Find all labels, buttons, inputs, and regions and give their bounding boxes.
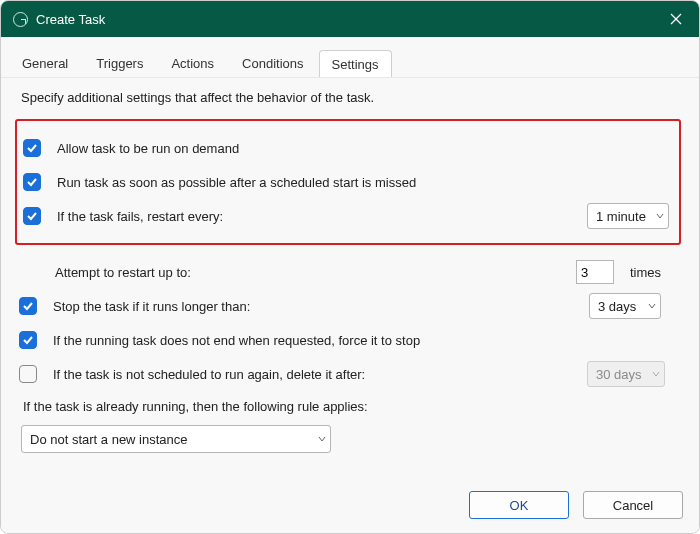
- dialog-footer: OK Cancel: [1, 481, 699, 533]
- chevron-down-icon: [652, 370, 660, 378]
- checkbox-force-stop[interactable]: [19, 331, 37, 349]
- combo-stop-duration[interactable]: 3 days: [589, 293, 661, 319]
- label-delete-after: If the task is not scheduled to run agai…: [47, 367, 577, 382]
- checkbox-delete-after[interactable]: [19, 365, 37, 383]
- combo-stop-duration-value: 3 days: [598, 299, 636, 314]
- input-restart-attempts[interactable]: [576, 260, 614, 284]
- label-running-rule: If the task is already running, then the…: [23, 399, 681, 414]
- tab-strip: General Triggers Actions Conditions Sett…: [1, 37, 699, 77]
- tab-general[interactable]: General: [9, 49, 81, 77]
- combo-delete-after: 30 days: [587, 361, 665, 387]
- chevron-down-icon: [656, 212, 664, 220]
- label-run-asap: Run task as soon as possible after a sch…: [51, 175, 669, 190]
- tab-triggers[interactable]: Triggers: [83, 49, 156, 77]
- combo-running-rule-value: Do not start a new instance: [30, 432, 188, 447]
- combo-restart-interval[interactable]: 1 minute: [587, 203, 669, 229]
- label-stop-if-long: Stop the task if it runs longer than:: [47, 299, 579, 314]
- settings-panel: Specify additional settings that affect …: [1, 77, 699, 481]
- window-title: Create Task: [36, 12, 105, 27]
- checkbox-restart-on-fail[interactable]: [23, 207, 41, 225]
- label-restart-attempts-suffix: times: [624, 265, 661, 280]
- checkbox-run-asap[interactable]: [23, 173, 41, 191]
- label-force-stop: If the running task does not end when re…: [47, 333, 681, 348]
- close-button[interactable]: [653, 1, 699, 37]
- combo-running-rule[interactable]: Do not start a new instance: [21, 425, 331, 453]
- chevron-down-icon: [318, 435, 326, 443]
- close-icon: [670, 13, 682, 25]
- panel-hint: Specify additional settings that affect …: [21, 90, 681, 105]
- tab-conditions[interactable]: Conditions: [229, 49, 316, 77]
- ok-button[interactable]: OK: [469, 491, 569, 519]
- label-restart-on-fail: If the task fails, restart every:: [51, 209, 577, 224]
- highlight-box: Allow task to be run on demand Run task …: [15, 119, 681, 245]
- chevron-down-icon: [648, 302, 656, 310]
- tab-settings[interactable]: Settings: [319, 50, 392, 78]
- label-allow-on-demand: Allow task to be run on demand: [51, 141, 669, 156]
- label-restart-attempts: Attempt to restart up to:: [49, 265, 566, 280]
- create-task-window: Create Task General Triggers Actions Con…: [0, 0, 700, 534]
- checkbox-stop-if-long[interactable]: [19, 297, 37, 315]
- clock-icon: [13, 12, 28, 27]
- combo-delete-after-value: 30 days: [596, 367, 642, 382]
- cancel-button[interactable]: Cancel: [583, 491, 683, 519]
- titlebar: Create Task: [1, 1, 699, 37]
- combo-restart-interval-value: 1 minute: [596, 209, 646, 224]
- checkbox-allow-on-demand[interactable]: [23, 139, 41, 157]
- tab-actions[interactable]: Actions: [158, 49, 227, 77]
